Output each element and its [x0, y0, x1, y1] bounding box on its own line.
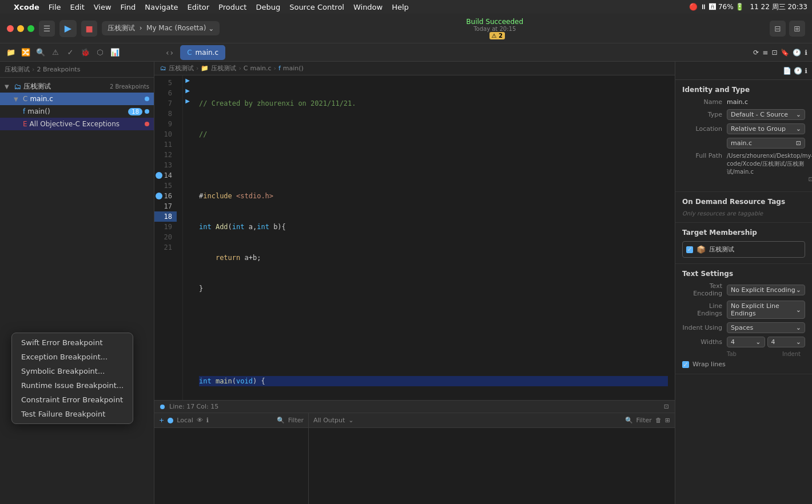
- tree-mainc[interactable]: ▼ C main.c: [0, 93, 154, 105]
- inspector-clock-icon[interactable]: 🕐: [794, 67, 802, 75]
- ctx-constraint[interactable]: Constraint Error Breakpoint: [12, 393, 133, 407]
- nav-back[interactable]: ‹: [166, 48, 169, 57]
- ctx-exception[interactable]: Exception Breakpoint...: [12, 350, 133, 364]
- local-label[interactable]: Local: [177, 417, 193, 424]
- code-line-14: int main(void) {: [199, 376, 668, 386]
- bc-project: 🗂: [160, 65, 166, 72]
- copy-path-icon[interactable]: ⊡: [727, 176, 812, 182]
- tree-main-func[interactable]: f main() 18: [0, 105, 154, 118]
- menu-product[interactable]: Product: [218, 3, 246, 11]
- bp-arrow-18: ▶: [183, 96, 192, 106]
- ctx-swift-error[interactable]: Swift Error Breakpoint: [12, 335, 133, 350]
- bottom-left-toolbar: + Local 👁 ℹ 🔍 Filter: [154, 413, 308, 428]
- identity-section: Identity and Type Name main.c Type Defau…: [675, 80, 812, 192]
- tests-icon[interactable]: ✓: [64, 46, 77, 59]
- encoding-dropdown[interactable]: No Explicit Encoding ⌄: [727, 285, 805, 295]
- target-checkbox[interactable]: ✓: [686, 246, 693, 253]
- issues-icon[interactable]: ⚠: [49, 46, 62, 59]
- menu-window[interactable]: Window: [353, 3, 383, 11]
- split-icon[interactable]: ⊡: [771, 49, 777, 57]
- editor-breadcrumb: 🗂 压栈测试 › 📁 压栈测试 › C main.c › f main(): [154, 62, 675, 75]
- menu-source-control[interactable]: Source Control: [289, 3, 344, 11]
- c-icon: C: [187, 49, 192, 57]
- stop-button[interactable]: ■: [81, 21, 97, 37]
- split-view-icon[interactable]: ⊞: [665, 417, 670, 424]
- editor-tab-main[interactable]: C main.c: [180, 45, 225, 60]
- breakpoints-icon[interactable]: ⬡: [94, 46, 106, 59]
- target-name: 压栈测试: [709, 245, 734, 254]
- reports-icon[interactable]: 📊: [109, 46, 121, 59]
- toolbar: ☰ ▶ ■ 压栈测试 › My Mac (Rosetta) ⌄ Build Su…: [0, 14, 812, 43]
- ctx-test-failure[interactable]: Test Failure Breakpoint: [12, 407, 133, 421]
- build-time: Today at 20:15: [473, 26, 516, 32]
- menu-editor[interactable]: Editor: [188, 3, 209, 11]
- find-icon[interactable]: 🔍: [34, 46, 47, 59]
- build-badges: ⚠ 2: [489, 32, 505, 39]
- clock-icon[interactable]: 🕐: [793, 49, 801, 57]
- inspector-info-icon[interactable]: ℹ: [805, 67, 807, 75]
- menu-edit[interactable]: Edit: [70, 3, 85, 11]
- run-button[interactable]: ▶: [59, 20, 77, 37]
- menu-navigate[interactable]: Navigate: [145, 3, 178, 11]
- bottom-right-toolbar: All Output ⌄ 🔍 Filter 🗑 ⊞: [309, 413, 675, 428]
- minimize-button[interactable]: [17, 25, 24, 32]
- debug-icon[interactable]: 🐞: [79, 46, 91, 59]
- line-endings-dropdown[interactable]: No Explicit Line Endings ⌄: [727, 301, 805, 319]
- name-row: Name main.c: [682, 98, 805, 106]
- breakpoints-label: 2 Breakpoints: [37, 66, 80, 73]
- close-button[interactable]: [7, 25, 14, 32]
- indent-width[interactable]: 4 ⌄: [767, 337, 806, 347]
- info-icon-b[interactable]: ℹ: [206, 417, 209, 424]
- code-content[interactable]: // Created by zhourenxi on 2021/11/21. /…: [192, 75, 675, 400]
- tab-width[interactable]: 4 ⌄: [727, 337, 765, 347]
- text-settings-section: Text Settings Text Encoding No Explicit …: [675, 264, 812, 374]
- project-icon: 🗂: [14, 82, 21, 91]
- layout-toggle[interactable]: ⊟: [770, 21, 786, 37]
- indent-dropdown[interactable]: Spaces ⌄: [727, 322, 805, 333]
- type-dropdown[interactable]: Default - C Source ⌄: [727, 109, 805, 120]
- bc-funcname: main(): [283, 65, 304, 72]
- scheme-name: 压栈测试: [108, 24, 135, 32]
- inspector-icon[interactable]: 🔖: [781, 49, 789, 57]
- menu-debug[interactable]: Debug: [256, 3, 280, 11]
- code-editor[interactable]: 5 6 7 8 9 10 11 12 13 14 15 16 17 18 19 …: [154, 75, 675, 400]
- vcs-icon[interactable]: 🔀: [19, 46, 32, 59]
- navigator-icon[interactable]: 📁: [5, 46, 17, 59]
- panel-toggle[interactable]: ⊞: [789, 21, 805, 37]
- inspector-file-icon[interactable]: 📄: [783, 67, 791, 75]
- file-field[interactable]: main.c ⊡: [727, 138, 805, 149]
- menu-find[interactable]: Find: [121, 3, 136, 11]
- menu-view[interactable]: View: [94, 3, 112, 11]
- sidebar: 压栈测试 › 2 Breakpoints ▼ 🗂 压栈测试 2 Breakpoi…: [0, 62, 154, 504]
- maximize-button[interactable]: [27, 25, 34, 32]
- eye-icon[interactable]: 👁: [197, 417, 203, 424]
- add-breakpoint-icon[interactable]: +: [159, 417, 164, 424]
- menu-help[interactable]: Help: [392, 3, 409, 11]
- context-menu: Swift Error Breakpoint Exception Breakpo…: [11, 333, 133, 424]
- menu-xcode[interactable]: Xcode: [14, 3, 39, 11]
- modified-dot: [145, 97, 149, 101]
- tree-exceptions[interactable]: E All Objective-C Exceptions: [0, 118, 154, 130]
- trash-icon[interactable]: 🗑: [655, 417, 662, 424]
- filter-icon[interactable]: 🔍: [277, 417, 285, 424]
- output-chevron[interactable]: ⌄: [348, 417, 353, 424]
- refresh-icon[interactable]: ⟳: [753, 49, 759, 57]
- list-icon[interactable]: ≡: [762, 49, 768, 57]
- scheme-selector[interactable]: 压栈测试 › My Mac (Rosetta) ⌄: [102, 21, 220, 35]
- tree-exception-name: All Objective-C Exceptions: [30, 120, 142, 128]
- all-output-label[interactable]: All Output: [313, 417, 345, 424]
- func-badge: 18: [128, 108, 142, 115]
- wrap-lines-checkbox[interactable]: ✓: [682, 361, 689, 368]
- sidebar-toggle[interactable]: ☰: [39, 21, 55, 37]
- ctx-runtime[interactable]: Runtime Issue Breakpoint...: [12, 378, 133, 393]
- ctx-symbolic[interactable]: Symbolic Breakpoint...: [12, 364, 133, 378]
- location-dropdown[interactable]: Relative to Group ⌄: [727, 123, 805, 134]
- output-filter-icon[interactable]: 🔍: [625, 417, 633, 424]
- nav-forward[interactable]: ›: [170, 48, 174, 57]
- tree-project-name: 压栈测试: [23, 82, 108, 91]
- tree-project[interactable]: ▼ 🗂 压栈测试 2 Breakpoints: [0, 80, 154, 93]
- cursor-dot: [160, 405, 165, 409]
- menu-file[interactable]: File: [49, 3, 61, 11]
- ln21: 21: [154, 242, 177, 253]
- info-icon[interactable]: ℹ: [805, 49, 807, 57]
